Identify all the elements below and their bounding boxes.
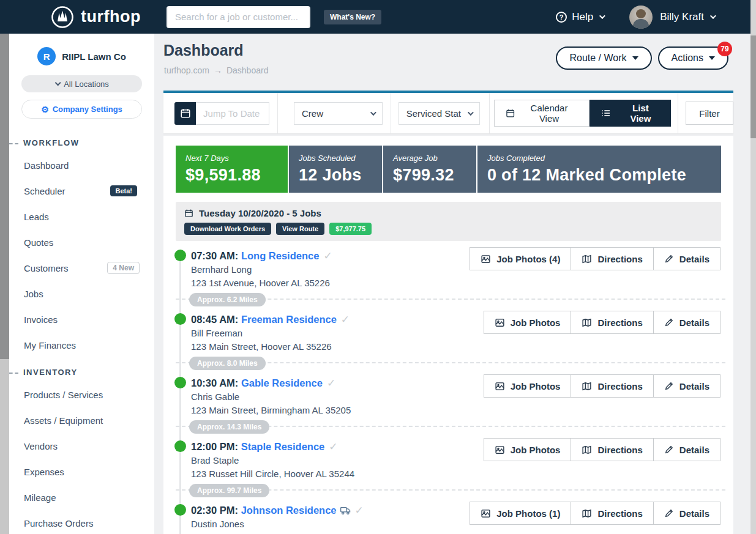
dash-decoration [9, 143, 18, 144]
new-customers-badge: 4 New [107, 262, 140, 274]
help-icon: ? [556, 12, 567, 23]
directions-button[interactable]: Directions [571, 311, 653, 334]
download-work-orders-button[interactable]: Download Work Orders [184, 223, 271, 235]
job-row: 02:30 PM: Johnson Residence✓ Dustin Jone… [176, 499, 725, 534]
photo-icon [495, 445, 505, 455]
stat-jobs-scheduled: Jobs Scheduled12 Jobs [289, 146, 382, 193]
photo-icon [481, 508, 491, 519]
job-photos-button[interactable]: Job Photos [484, 374, 572, 398]
photo-icon [495, 381, 505, 391]
check-icon[interactable]: ✓ [341, 314, 350, 325]
job-photos-button[interactable]: Job Photos (1) [470, 502, 571, 525]
directions-button[interactable]: Directions [571, 502, 653, 525]
job-address: 123 Main Street, Hoover AL 35226 [191, 341, 332, 352]
job-status-dot [174, 377, 186, 388]
stats-bar: Next 7 Days$9,591.88 Jobs Scheduled12 Jo… [176, 146, 721, 193]
sidebar-item-expenses[interactable]: Expenses [9, 459, 154, 484]
jump-to-date-input[interactable] [196, 102, 269, 125]
day-header: Tuesday 10/20/2020 - 5 Jobs Download Wor… [176, 202, 721, 241]
main-area: Dashboard turfhop.com→Dashboard Route / … [154, 34, 750, 534]
directions-button[interactable]: Directions [571, 374, 653, 398]
directions-button[interactable]: Directions [571, 438, 653, 461]
view-route-button[interactable]: View Route [276, 223, 324, 235]
details-button[interactable]: Details [653, 247, 720, 270]
job-address: 123 Russet Hill Circle, Hoover AL 35244 [191, 469, 354, 479]
sidebar-item-products-services[interactable]: Products / Services [9, 382, 154, 407]
pencil-icon [664, 445, 674, 454]
sidebar-item-vendors[interactable]: Vendors [9, 433, 154, 459]
sidebar-item-assets-equipment[interactable]: Assets / Equipment [9, 407, 154, 433]
chevron-down-icon [710, 13, 716, 19]
user-name: Billy Kraft [660, 11, 704, 23]
left-scrollbar-thumb[interactable] [0, 34, 9, 359]
job-photos-button[interactable]: Job Photos [484, 438, 572, 461]
help-label: Help [572, 11, 593, 23]
date-picker-button[interactable] [174, 102, 196, 125]
breadcrumb-site[interactable]: turfhop.com [164, 65, 209, 75]
job-name-link[interactable]: Freeman Residence [241, 314, 337, 325]
company-header: R RIIPL Lawn Co [9, 47, 154, 65]
directions-button[interactable]: Directions [571, 247, 653, 270]
job-name-link[interactable]: Long Residence [241, 250, 319, 261]
left-scrollbar[interactable] [0, 34, 9, 534]
user-menu[interactable]: Billy Kraft [660, 11, 714, 23]
pencil-icon [664, 381, 674, 391]
whats-new-button[interactable]: What's New? [324, 10, 381, 24]
day-total-badge: $7,977.75 [329, 223, 372, 235]
serviced-status-select[interactable]: Serviced Stat [399, 102, 480, 125]
brand-name: turfhop [81, 7, 141, 26]
sidebar-item-my-finances[interactable]: My Finances [9, 332, 154, 358]
stat-jobs-completed: Jobs Completed0 of 12 Marked Complete [477, 146, 721, 193]
check-icon[interactable]: ✓ [327, 377, 335, 389]
job-name-link[interactable]: Johnson Residence [241, 505, 337, 516]
job-name-link[interactable]: Staple Residence [241, 441, 325, 452]
company-name: RIIPL Lawn Co [62, 51, 126, 62]
calendar-icon [184, 209, 193, 218]
details-button[interactable]: Details [653, 438, 720, 461]
job-customer: Chris Gable [191, 391, 239, 402]
details-button[interactable]: Details [653, 311, 720, 334]
app-logo[interactable]: turfhop [50, 5, 141, 29]
filter-toolbar: Crew Serviced Stat Calendar View [163, 91, 733, 133]
job-row: 08:45 AM: Freeman Residence✓ Bill Freema… [176, 308, 725, 372]
right-scrollbar-thumb[interactable] [750, 35, 756, 138]
all-locations-dropdown[interactable]: All Locations [21, 75, 142, 92]
sidebar-item-quotes[interactable]: Quotes [9, 229, 154, 255]
calendar-view-button[interactable]: Calendar View [494, 100, 589, 127]
sidebar-item-customers[interactable]: Customers 4 New [9, 255, 154, 281]
route-work-dropdown-button[interactable]: Route / Work [556, 46, 651, 70]
check-icon[interactable]: ✓ [355, 505, 364, 516]
details-button[interactable]: Details [653, 502, 720, 525]
sidebar-item-leads[interactable]: Leads [9, 204, 154, 229]
search-input[interactable] [167, 6, 310, 28]
check-icon[interactable]: ✓ [329, 441, 337, 453]
help-menu[interactable]: ? Help [556, 11, 604, 23]
filter-button[interactable]: Filter [686, 102, 733, 125]
check-icon[interactable]: ✓ [323, 250, 332, 262]
list-view-button[interactable]: List View [589, 100, 671, 127]
job-photos-button[interactable]: Job Photos (4) [470, 247, 571, 270]
job-status-dot [174, 440, 186, 452]
company-settings-button[interactable]: ⚙ Company Settings [21, 100, 142, 119]
miles-badge: Approx. 99.7 Miles [189, 484, 269, 497]
pencil-icon [664, 254, 674, 264]
sidebar-item-scheduler[interactable]: Scheduler Beta! [9, 178, 154, 204]
right-scrollbar[interactable] [750, 0, 756, 534]
map-icon [582, 254, 592, 264]
job-name-link[interactable]: Gable Residence [241, 377, 323, 388]
sidebar-item-mileage[interactable]: Mileage [9, 484, 154, 510]
sidebar-item-purchase-orders[interactable]: Purchase Orders [9, 510, 154, 534]
sidebar-section-workflow: WORKFLOW Dashboard Scheduler Beta! Leads… [9, 138, 154, 358]
job-customer: Brad Staple [191, 455, 239, 465]
sidebar-item-invoices[interactable]: Invoices [9, 306, 154, 332]
divider [678, 93, 678, 133]
avatar[interactable] [629, 6, 653, 29]
crew-select[interactable]: Crew [294, 102, 383, 125]
actions-dropdown-button[interactable]: Actions 79 [658, 46, 728, 70]
all-locations-label: All Locations [64, 80, 109, 89]
sidebar-item-dashboard[interactable]: Dashboard [9, 152, 154, 178]
details-button[interactable]: Details [653, 374, 720, 398]
divider [391, 93, 391, 133]
job-photos-button[interactable]: Job Photos [484, 311, 572, 334]
sidebar-item-jobs[interactable]: Jobs [9, 281, 154, 306]
